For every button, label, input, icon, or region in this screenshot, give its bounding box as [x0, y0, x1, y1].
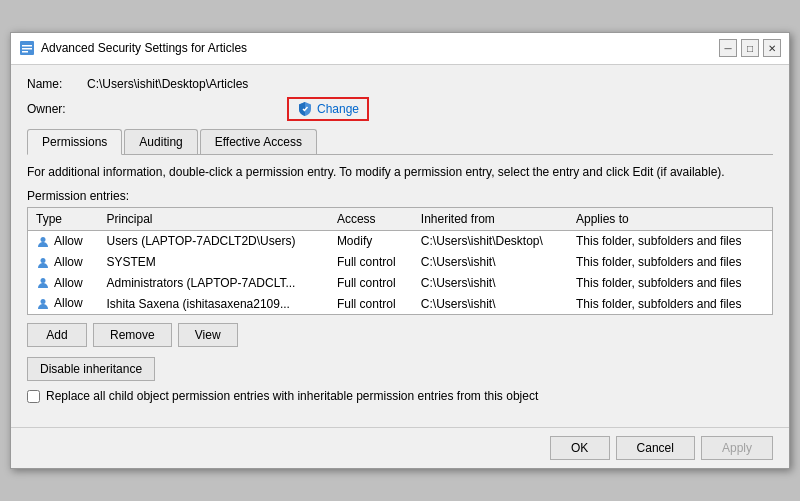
ok-button[interactable]: OK [550, 436, 610, 460]
cell-access: Full control [329, 273, 413, 294]
cell-applies-to: This folder, subfolders and files [568, 293, 772, 314]
shield-icon [297, 101, 313, 117]
name-row: Name: C:\Users\ishit\Desktop\Articles [27, 77, 773, 91]
cell-type: Allow [28, 252, 98, 273]
col-inherited: Inherited from [413, 208, 568, 231]
title-bar: Advanced Security Settings for Articles … [11, 33, 789, 65]
cell-principal: Users (LAPTOP-7ADCLT2D\Users) [98, 230, 328, 251]
cell-access: Full control [329, 293, 413, 314]
table-row[interactable]: AllowSYSTEMFull controlC:\Users\ishit\Th… [28, 252, 772, 273]
change-label: Change [317, 102, 359, 116]
user-icon [36, 256, 50, 270]
minimize-button[interactable]: ─ [719, 39, 737, 57]
tab-effective-access[interactable]: Effective Access [200, 129, 317, 154]
apply-button[interactable]: Apply [701, 436, 773, 460]
cell-principal: Administrators (LAPTOP-7ADCLT... [98, 273, 328, 294]
cell-principal: Ishita Saxena (ishitasaxena2109... [98, 293, 328, 314]
col-type: Type [28, 208, 98, 231]
name-label: Name: [27, 77, 87, 91]
tab-auditing[interactable]: Auditing [124, 129, 197, 154]
tab-bar: Permissions Auditing Effective Access [27, 129, 773, 155]
permission-entries-label: Permission entries: [27, 189, 773, 203]
replace-permissions-checkbox[interactable] [27, 390, 40, 403]
col-applies: Applies to [568, 208, 772, 231]
svg-point-6 [41, 278, 46, 283]
svg-point-4 [41, 237, 46, 242]
window-controls: ─ □ ✕ [719, 39, 781, 57]
owner-label: Owner: [27, 102, 87, 116]
tab-permissions[interactable]: Permissions [27, 129, 122, 155]
table-row[interactable]: AllowAdministrators (LAPTOP-7ADCLT...Ful… [28, 273, 772, 294]
table-body: AllowUsers (LAPTOP-7ADCLT2D\Users)Modify… [28, 230, 772, 314]
name-value: C:\Users\ishit\Desktop\Articles [87, 77, 248, 91]
cell-type: Allow [28, 230, 98, 251]
cell-inherited-from: C:\Users\ishit\ [413, 273, 568, 294]
cell-applies-to: This folder, subfolders and files [568, 273, 772, 294]
cell-inherited-from: C:\Users\ishit\Desktop\ [413, 230, 568, 251]
action-buttons: Add Remove View [27, 323, 773, 347]
dialog-content: Name: C:\Users\ishit\Desktop\Articles Ow… [11, 65, 789, 427]
cell-type: Allow [28, 293, 98, 314]
cell-inherited-from: C:\Users\ishit\ [413, 252, 568, 273]
permission-table-container: Type Principal Access Inherited from App… [27, 207, 773, 315]
svg-rect-3 [22, 51, 28, 53]
owner-row: Owner: Change [27, 97, 773, 121]
svg-point-5 [41, 258, 46, 263]
add-button[interactable]: Add [27, 323, 87, 347]
close-button[interactable]: ✕ [763, 39, 781, 57]
checkbox-label: Replace all child object permission entr… [46, 389, 538, 403]
permission-table: Type Principal Access Inherited from App… [28, 208, 772, 314]
table-row[interactable]: AllowUsers (LAPTOP-7ADCLT2D\Users)Modify… [28, 230, 772, 251]
view-button[interactable]: View [178, 323, 238, 347]
col-access: Access [329, 208, 413, 231]
bottom-buttons: OK Cancel Apply [11, 427, 789, 468]
svg-point-7 [41, 299, 46, 304]
remove-button[interactable]: Remove [93, 323, 172, 347]
table-row[interactable]: AllowIshita Saxena (ishitasaxena2109...F… [28, 293, 772, 314]
disable-inheritance-button[interactable]: Disable inheritance [27, 357, 155, 381]
col-principal: Principal [98, 208, 328, 231]
window-title: Advanced Security Settings for Articles [41, 41, 719, 55]
user-icon [36, 235, 50, 249]
cancel-button[interactable]: Cancel [616, 436, 695, 460]
checkbox-row: Replace all child object permission entr… [27, 389, 773, 403]
window-icon [19, 40, 35, 56]
main-window: Advanced Security Settings for Articles … [10, 32, 790, 469]
maximize-button[interactable]: □ [741, 39, 759, 57]
svg-rect-2 [22, 48, 32, 50]
cell-type: Allow [28, 273, 98, 294]
cell-applies-to: This folder, subfolders and files [568, 252, 772, 273]
cell-principal: SYSTEM [98, 252, 328, 273]
change-button[interactable]: Change [287, 97, 369, 121]
cell-access: Full control [329, 252, 413, 273]
table-header: Type Principal Access Inherited from App… [28, 208, 772, 231]
description-text: For additional information, double-click… [27, 163, 773, 181]
svg-rect-1 [22, 45, 32, 47]
user-icon [36, 276, 50, 290]
cell-inherited-from: C:\Users\ishit\ [413, 293, 568, 314]
cell-applies-to: This folder, subfolders and files [568, 230, 772, 251]
cell-access: Modify [329, 230, 413, 251]
user-icon [36, 297, 50, 311]
disable-inheritance-container: Disable inheritance [27, 357, 773, 389]
